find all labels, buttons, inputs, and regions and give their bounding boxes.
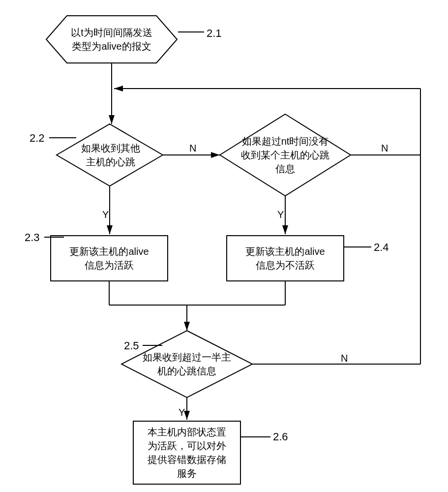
label-2-2: 2.2 [30,132,45,145]
node-2-3-text: 更新该主机的alive信息为活跃 [69,245,149,272]
node-nt-text: 如果超过nt时间没有收到某个主机的心跳信息 [236,133,334,177]
edge-n-22-nt: N [189,143,196,154]
node-2-4-text: 更新该主机的alive信息为不活跃 [245,245,325,272]
label-2-5: 2.5 [124,339,139,352]
node-2-6-text: 本主机内部状态置为活跃，可以对外提供容错数据存储服务 [148,425,226,480]
node-2-6: 本主机内部状态置为活跃，可以对外提供容错数据存储服务 [133,421,241,485]
label-2-1: 2.1 [207,27,222,40]
edge-y-nt-24: Y [277,209,284,220]
label-2-3: 2.3 [25,231,40,244]
edge-n-25-loop: N [341,353,348,364]
edge-n-nt-loop: N [381,143,388,154]
node-2-3: 更新该主机的alive信息为活跃 [50,235,168,281]
node-2-5-text: 如果收到超过一半主机的心跳信息 [140,347,234,381]
label-2-4: 2.4 [374,241,389,254]
label-2-6: 2.6 [273,430,288,443]
node-2-2-text: 如果收到其他主机的心跳 [71,137,150,173]
edge-y-25-26: Y [179,407,185,418]
edge-y-22-23: Y [102,209,109,220]
node-2-1-text: 以t为时间间隔发送类型为alive的报文 [59,20,164,59]
node-2-4: 更新该主机的alive信息为不活跃 [226,235,344,281]
